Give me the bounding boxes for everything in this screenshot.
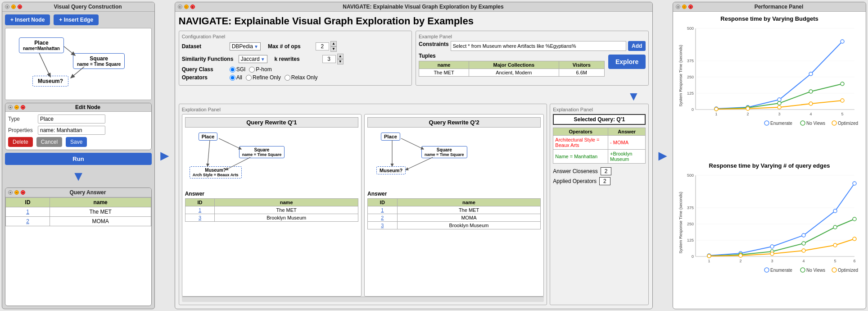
cancel-button[interactable]: Cancel — [36, 137, 62, 147]
insert-node-button[interactable]: + Insert Node — [5, 14, 50, 25]
properties-input[interactable] — [38, 126, 105, 135]
svg-text:3: 3 — [771, 259, 773, 263]
edit-node-panel: + − × Edit Node Type Properties Delete C… — [5, 103, 152, 150]
qa-id-link[interactable]: 1 — [26, 209, 29, 215]
save-button[interactable]: Save — [66, 137, 87, 147]
tuples-col-visitors: Visitors — [559, 61, 604, 69]
radio-relax[interactable]: Relax Only — [285, 74, 318, 81]
tuples-col-collections: Major Collections — [469, 61, 559, 69]
k-rewrites-up[interactable]: ▲ — [337, 54, 344, 59]
svg-text:4: 4 — [809, 112, 812, 116]
middle-panel-titlebar: + − × NAVIGATE: Explainable Visual Graph… — [175, 2, 653, 12]
radio-relax-input[interactable] — [285, 75, 290, 81]
edit-dot-3[interactable]: × — [21, 105, 25, 110]
delete-button[interactable]: Delete — [8, 137, 33, 147]
right-panel-title: Performance Panel — [695, 4, 863, 10]
list-item: Architectural Style = Beaux Arts- MOMA — [553, 136, 646, 150]
svg-point-70 — [802, 233, 805, 237]
radio-relax-label: Relax Only — [291, 74, 318, 81]
mid-dot-1[interactable]: + — [178, 5, 182, 9]
svg-point-77 — [833, 225, 837, 229]
r2-id-link[interactable]: 3 — [381, 223, 384, 228]
dot-2[interactable]: − — [11, 5, 16, 9]
svg-text:250: 250 — [687, 222, 694, 226]
similarity-label: Similarity Functions — [182, 56, 236, 62]
explore-button[interactable]: Explore — [608, 55, 646, 69]
k-rewrites-spinner: ▲ ▼ — [322, 54, 344, 64]
svg-point-85 — [764, 268, 769, 272]
svg-text:4: 4 — [802, 259, 805, 263]
op-operator-cell: Architectural Style = Beaux Arts — [553, 136, 608, 150]
rp-dot-3[interactable]: × — [688, 5, 693, 9]
qa-id-link[interactable]: 2 — [26, 218, 29, 224]
svg-point-78 — [853, 217, 856, 221]
svg-line-4 — [208, 140, 210, 166]
right-arrow-mid-right: ► — [655, 2, 671, 309]
add-button[interactable]: Add — [628, 41, 646, 51]
svg-point-76 — [802, 242, 805, 245]
edit-dot-2[interactable]: − — [14, 105, 19, 110]
arrow-down-icon-2: ▼ — [628, 89, 640, 104]
dataset-select[interactable]: DBPedia ▼ — [230, 42, 261, 50]
operators-label: Operators — [182, 74, 227, 81]
place-node[interactable]: Place name=Manhattan — [19, 37, 64, 53]
square-node-sublabel: name = Time Square — [77, 62, 121, 67]
mid-dot-3[interactable]: × — [190, 5, 195, 9]
chart1-title: Response time by Varying Budgets — [677, 15, 862, 22]
museum-node[interactable]: Museum? — [32, 76, 68, 87]
max-ops-down[interactable]: ▼ — [330, 46, 337, 52]
square-node[interactable]: Square name = Time Square — [73, 53, 125, 69]
r1-place-node: Place — [199, 133, 218, 141]
radio-sgi-input[interactable] — [230, 67, 235, 73]
properties-label: Properties — [8, 127, 35, 133]
r2-id-link[interactable]: 2 — [381, 215, 384, 220]
r1-name-cell: The MET — [215, 206, 358, 214]
radio-refine-input[interactable] — [246, 75, 252, 81]
k-rewrites-down[interactable]: ▼ — [337, 59, 344, 64]
r1-id-link[interactable]: 3 — [199, 215, 201, 220]
insert-edge-button[interactable]: + Insert Edge — [54, 14, 99, 25]
r1-id-cell: 3 — [185, 214, 215, 222]
svg-point-82 — [802, 249, 805, 252]
svg-text:500: 500 — [687, 173, 694, 178]
run-button[interactable]: Run — [5, 153, 152, 165]
arrow-right-icon-1: ► — [158, 147, 172, 164]
radio-all[interactable]: All — [230, 74, 242, 81]
r2-id-link[interactable]: 1 — [381, 207, 384, 213]
radio-sgi[interactable]: SGI — [230, 66, 246, 73]
table-row: 2MOMA — [368, 214, 541, 222]
rp-dot-2[interactable]: − — [682, 5, 687, 9]
middle-panel-content: NAVIGATE: Explainable Visual Graph Explo… — [175, 12, 653, 309]
qa-dot-3[interactable]: × — [21, 190, 25, 195]
tuple-collections: Ancient, Modern — [469, 69, 559, 77]
similarity-select[interactable]: Jaccard ▼ — [239, 55, 267, 63]
radio-phom[interactable]: P-hom — [249, 66, 271, 73]
exploration-scrollbar[interactable] — [182, 297, 544, 302]
max-ops-up[interactable]: ▲ — [330, 41, 337, 46]
chart1-container: Response time by Varying Budgets System … — [677, 15, 862, 159]
rp-dot-1[interactable]: + — [676, 5, 680, 9]
qa-id-cell: 1 — [6, 207, 50, 217]
mid-dot-2[interactable]: − — [184, 5, 189, 9]
config-section-title: Configuration Panel — [182, 34, 409, 39]
k-rewrites-input[interactable] — [322, 55, 336, 63]
radio-all-label: All — [236, 74, 242, 81]
query-class-radios: SGI P-hom — [230, 66, 272, 73]
radio-refine[interactable]: Refine Only — [246, 74, 281, 81]
qa-dot-2[interactable]: − — [14, 190, 19, 195]
max-ops-input[interactable] — [316, 42, 329, 50]
constraints-label: Constraints — [419, 41, 449, 47]
dot-1[interactable]: + — [5, 5, 9, 9]
right-panel-content: Response time by Varying Budgets System … — [673, 12, 866, 309]
similarity-value: Jaccard — [241, 56, 260, 62]
radio-all-input[interactable] — [230, 75, 235, 81]
edit-dot-1[interactable]: + — [8, 105, 13, 110]
left-panel-titlebar: + − × Visual Query Construction — [2, 2, 154, 12]
type-input[interactable] — [38, 114, 105, 123]
r1-id-link[interactable]: 1 — [199, 207, 201, 213]
r2-name-cell: Brooklyn Museum — [397, 222, 541, 229]
radio-phom-input[interactable] — [249, 67, 255, 73]
tuples-col-name: name — [419, 61, 469, 69]
dot-3[interactable]: × — [18, 5, 22, 9]
qa-dot-1[interactable]: + — [8, 190, 13, 195]
